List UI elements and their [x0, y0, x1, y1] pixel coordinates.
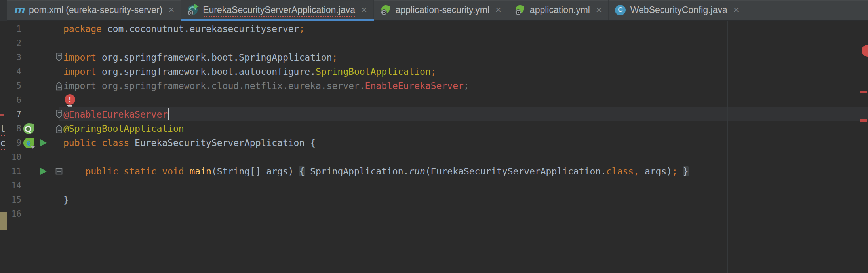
run-icon[interactable]	[40, 139, 47, 146]
editor-tab-application-security-yml[interactable]: application-security.yml ✕	[374, 0, 508, 20]
left-edge-error-mark	[0, 114, 4, 116]
close-icon[interactable]: ✕	[733, 5, 740, 15]
token-plain: SpringApplication.	[305, 166, 409, 176]
code-text[interactable]: public static void main(String[] args) {…	[63, 164, 689, 178]
code-line: 8 @SpringBootApplication	[7, 121, 868, 136]
token-kw: public static void	[85, 166, 189, 176]
left-edge-code-fragment: t	[0, 121, 6, 136]
line-number[interactable]: 5	[7, 79, 21, 93]
token-call: run	[409, 166, 425, 176]
code-line: 7 @EnableEurekaServer	[7, 107, 868, 121]
spring-boot-run-icon[interactable]: e	[23, 138, 34, 148]
left-edge-tabbar-fragment	[0, 0, 7, 21]
error-bulb-icon[interactable]: !	[64, 94, 76, 107]
token-plain: org.springframework.boot.autoconfigure.	[102, 66, 316, 77]
java-class-icon: C	[615, 4, 626, 16]
spring-boot-class-run-icon	[187, 4, 199, 16]
line-number[interactable]: 9	[7, 136, 21, 150]
fold-end-icon	[55, 124, 63, 133]
left-edge-clipped-editor: t c	[0, 0, 7, 273]
line-number[interactable]: 15	[7, 193, 21, 207]
token-kw: class	[606, 166, 634, 176]
code-line: 2	[7, 36, 868, 50]
line-number[interactable]: 8	[7, 121, 21, 136]
editor-tab-pom-xml-eureka-security-server-[interactable]: m pom.xml (eureka-security-server) ✕	[7, 0, 181, 20]
token-gray: import org.springframework.cloud.netflix…	[63, 81, 365, 91]
line-number[interactable]: 4	[7, 64, 21, 79]
code-line: 11 public static void main(String[] args…	[7, 164, 868, 178]
code-line: 1 package com.coconutnut.eurekasecuritys…	[7, 22, 868, 36]
code-text[interactable]: @SpringBootApplication	[63, 121, 184, 136]
editor-tab-eurekasecurityserverapplication-java[interactable]: EurekaSecurityServerApplication.java ✕	[181, 0, 374, 20]
fold-collapsed-icon	[55, 167, 63, 176]
fold-start-icon	[55, 53, 63, 62]
line-number[interactable]: 14	[7, 178, 21, 193]
token-kw: import	[63, 52, 102, 63]
fold-marker	[55, 24, 63, 34]
code-text[interactable]: import org.springframework.boot.SpringAp…	[63, 50, 337, 64]
tab-label: WebSecurityConfig.java	[630, 5, 727, 15]
token-plain	[678, 166, 683, 176]
editor-tab-bar: m pom.xml (eureka-security-server) ✕ Eur…	[7, 0, 868, 21]
spring-config-icon	[514, 4, 525, 15]
token-err: @EnableEurekaServer	[63, 109, 168, 119]
code-text[interactable]: package com.coconutnut.eurekasecurityser…	[63, 22, 305, 36]
spring-config-icon	[380, 4, 392, 16]
java-class-icon: C	[615, 5, 626, 15]
tab-label: EurekaSecurityServerApplication.java	[203, 5, 355, 15]
token-kw: public class	[63, 138, 135, 148]
active-tab-underline	[181, 19, 374, 21]
code-line: 5 import org.springframework.cloud.netfl…	[7, 79, 868, 93]
line-number[interactable]: 7	[7, 107, 21, 121]
code-text[interactable]: import org.springframework.cloud.netflix…	[63, 79, 469, 93]
fold-marker[interactable]	[55, 167, 63, 176]
line-number[interactable]: 10	[7, 150, 21, 164]
token-plain: com.coconutnut.eurekasecurityserver	[107, 24, 299, 34]
error-stripe-mark[interactable]	[860, 119, 867, 122]
token-plain: EurekaSecurityServerApplication {	[135, 138, 316, 148]
left-edge-error-squiggle	[0, 149, 5, 151]
code-text[interactable]: @EnableEurekaServer	[63, 107, 168, 121]
fold-marker	[55, 38, 63, 48]
code-text[interactable]: import org.springframework.boot.autoconf…	[63, 64, 436, 79]
close-icon[interactable]: ✕	[361, 5, 367, 15]
editor-tab-application-yml[interactable]: application.yml ✕	[508, 0, 609, 20]
line-number[interactable]: 6	[7, 93, 21, 107]
code-text[interactable]: public class EurekaSecurityServerApplica…	[63, 136, 316, 150]
close-icon[interactable]: ✕	[495, 5, 502, 15]
fold-start-icon	[55, 110, 63, 119]
left-edge-code-fragment: c	[0, 136, 6, 150]
run-icon[interactable]	[40, 168, 47, 175]
close-icon[interactable]: ✕	[596, 5, 602, 15]
fold-marker	[55, 95, 63, 105]
line-number[interactable]: 11	[7, 164, 21, 178]
ide-editor-window: t c m pom.xml (eureka-security-server) ✕…	[0, 0, 868, 273]
line-number[interactable]: 1	[7, 22, 21, 36]
editor-tab-websecurityconfig-java[interactable]: C WebSecurityConfig.java ✕	[609, 0, 746, 20]
line-number[interactable]: 16	[7, 207, 21, 221]
line-number[interactable]: 3	[7, 50, 21, 64]
fold-marker[interactable]	[55, 81, 63, 91]
code-line: 16	[7, 207, 868, 221]
code-editor[interactable]: 1 package com.coconutnut.eurekasecuritys…	[7, 21, 868, 273]
tab-label: application-security.yml	[396, 5, 489, 15]
fold-end-icon	[55, 81, 63, 91]
token-kw: ,	[634, 166, 639, 176]
fold-marker[interactable]	[55, 110, 63, 119]
spring-search-icon[interactable]	[23, 123, 34, 134]
token-kw: ;	[672, 166, 678, 176]
spring-config-icon	[380, 4, 391, 15]
token-kw: ;	[431, 66, 436, 77]
token-err: EnableEurekaServer	[365, 81, 464, 91]
token-plain: }	[63, 195, 69, 205]
maven-icon: m	[13, 4, 25, 16]
close-icon[interactable]: ✕	[168, 5, 175, 15]
fold-marker[interactable]	[55, 53, 63, 62]
token-ann: SpringBootApplication	[316, 66, 431, 77]
code-text[interactable]: }	[63, 193, 69, 207]
fold-marker[interactable]	[55, 124, 63, 133]
error-stripe-mark[interactable]	[860, 91, 867, 93]
text-caret	[168, 108, 169, 120]
line-number[interactable]: 2	[7, 36, 21, 50]
token-kw: import	[63, 66, 102, 77]
